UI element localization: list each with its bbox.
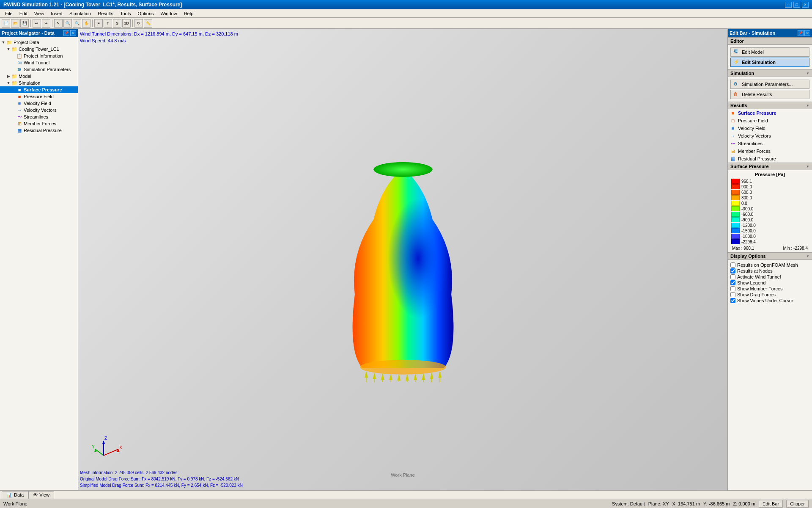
icon-pressure-field: ■	[16, 94, 23, 99]
tree-item-member-forces[interactable]: ⊞ Member Forces	[0, 120, 78, 127]
results-item-velocity[interactable]: ≡Velocity Field	[728, 124, 812, 132]
menu-tools[interactable]: Tools	[117, 10, 134, 17]
delete-results-button[interactable]: 🗑 Delete Results	[730, 90, 809, 99]
right-panel-close[interactable]: ✕	[804, 30, 810, 36]
tree-item-velocity-field[interactable]: ≡ Velocity Field	[0, 100, 78, 107]
menu-simulation[interactable]: Simulation	[66, 10, 94, 17]
sim-params-label: Simulation Parameters...	[742, 82, 793, 87]
svg-marker-9	[390, 375, 392, 380]
option-label-0: Results on OpenFOAM Mesh	[737, 262, 798, 268]
tree-item-wind-tunnel[interactable]: 🌬 Wind Tunnel	[0, 59, 78, 66]
toolbar-redo[interactable]: ↪	[42, 19, 50, 28]
checkbox-6[interactable]	[730, 298, 735, 303]
results-item-member[interactable]: ⊞Member Forces	[728, 147, 812, 155]
menu-help[interactable]: Help	[181, 10, 197, 17]
toolbar-front[interactable]: F	[94, 19, 103, 28]
display-options-label: Display Options	[730, 254, 766, 259]
toolbar-save[interactable]: 💾	[20, 19, 29, 28]
menu-options[interactable]: Options	[134, 10, 157, 17]
checkbox-0[interactable]	[730, 262, 735, 268]
tree-item-velocity-vectors[interactable]: → Velocity Vectors	[0, 107, 78, 113]
menu-insert[interactable]: Insert	[47, 10, 66, 17]
toolbar-zoom-out[interactable]: 🔍	[73, 19, 81, 28]
edit-model-button[interactable]: 🏗 Edit Model	[730, 47, 809, 57]
icon-surface-pressure: ■	[16, 87, 23, 93]
color-swatch-6	[731, 212, 740, 217]
toolbar-new[interactable]: 📄	[2, 19, 10, 28]
tree-item-project-info[interactable]: 📋 Project Information	[0, 52, 78, 59]
menu-results[interactable]: Results	[94, 10, 117, 17]
viewport[interactable]: Wind Tunnel Dimensions: Dx = 1216.894 m,…	[78, 29, 727, 490]
tree-item-model[interactable]: ▶ 📁 Model	[0, 73, 78, 80]
icon-streamlines: 〜	[16, 114, 23, 120]
right-panel-pin[interactable]: 📌	[798, 30, 804, 36]
toolbar-measure[interactable]: 📏	[144, 19, 152, 28]
tree-item-surface-pressure[interactable]: ■ Surface Pressure	[0, 86, 78, 93]
toolbar-undo[interactable]: ↩	[33, 19, 41, 28]
color-scale-row-3: 300.0	[731, 195, 809, 200]
tab-view[interactable]: 👁 View	[28, 491, 54, 499]
display-option-4[interactable]: Show Member Forces	[730, 286, 809, 291]
tree-item-project-data[interactable]: ▼ 📁 Project Data	[0, 39, 78, 46]
toolbar-side[interactable]: S	[113, 19, 121, 28]
results-item-residual[interactable]: ▦Residual Pressure	[728, 155, 812, 163]
checkbox-4[interactable]	[730, 286, 735, 291]
maximize-button[interactable]: □	[793, 2, 800, 8]
editor-label: Editor	[730, 39, 744, 44]
display-option-1[interactable]: Results at Nodes	[730, 268, 809, 273]
sim-params-button[interactable]: ⚙ Simulation Parameters...	[730, 80, 809, 89]
tree-label-velocity-field: Velocity Field	[24, 101, 51, 106]
tree-item-streamlines[interactable]: 〜 Streamlines	[0, 113, 78, 120]
results-item-streamlines[interactable]: 〜Streamlines	[728, 140, 812, 147]
toolbar: 📄 📂 💾 ↩ ↪ ↖ 🔍 🔍 ✋ F T S 3D ⟳ 📏	[0, 18, 812, 29]
display-option-3[interactable]: Show Legend	[730, 280, 809, 285]
panel-close-button[interactable]: ✕	[70, 30, 76, 36]
right-panel-header: Edit Bar - Simulation 📌 ✕	[728, 29, 812, 37]
toolbar-zoom-in[interactable]: 🔍	[63, 19, 72, 28]
checkbox-5[interactable]	[730, 292, 735, 297]
checkbox-3[interactable]	[730, 280, 735, 285]
clipper-button[interactable]: Clipper	[786, 500, 809, 508]
edit-simulation-button[interactable]: ⚡ Edit Simulation	[730, 58, 809, 67]
pressure-unit-label: Pressure [Pa]	[731, 172, 809, 177]
toolbar-sep-3	[92, 19, 93, 27]
toolbar-rotate[interactable]: ⟳	[134, 19, 143, 28]
panel-pin-button[interactable]: 📌	[63, 30, 69, 36]
svg-point-0	[373, 162, 432, 177]
display-option-6[interactable]: Show Values Under Cursor	[730, 298, 809, 303]
toolbar-sep-2	[52, 19, 52, 27]
tree-item-pressure-field[interactable]: ■ Pressure Field	[0, 93, 78, 100]
results-item-pressure[interactable]: □Pressure Field	[728, 117, 812, 124]
checkbox-1[interactable]	[730, 268, 735, 273]
minimize-button[interactable]: ─	[785, 2, 792, 8]
icon-velocity-vectors: →	[16, 107, 23, 113]
delete-results-label: Delete Results	[742, 92, 772, 97]
display-option-5[interactable]: Show Drag Forces	[730, 292, 809, 297]
display-option-2[interactable]: Activate Wind Tunnel	[730, 274, 809, 279]
display-option-0[interactable]: Results on OpenFOAM Mesh	[730, 262, 809, 268]
menu-edit[interactable]: Edit	[16, 10, 31, 17]
results-item-surface[interactable]: ■Surface Pressure	[728, 109, 812, 117]
svg-line-22	[104, 449, 118, 456]
expand-blank-10	[11, 128, 16, 133]
menu-window[interactable]: Window	[157, 10, 181, 17]
toolbar-top[interactable]: T	[104, 19, 112, 28]
results-item-vectors[interactable]: →Velocity Vectors	[728, 132, 812, 140]
checkbox-2[interactable]	[730, 274, 735, 279]
toolbar-open[interactable]: 📂	[11, 19, 19, 28]
toolbar-select[interactable]: ↖	[54, 19, 63, 28]
toolbar-pan[interactable]: ✋	[82, 19, 91, 28]
close-button[interactable]: ✕	[802, 2, 809, 8]
edit-bar-button[interactable]: Edit Bar	[759, 500, 783, 508]
scale-max-label: Max	[732, 246, 740, 251]
tab-data[interactable]: 📊 Data	[2, 491, 28, 499]
tree-item-simulation[interactable]: ▼ 📁 Simulation	[0, 80, 78, 86]
tree-item-cooling-tower[interactable]: ▼ 📁 Cooling Tower_LC1	[0, 46, 78, 52]
menu-file[interactable]: File	[2, 10, 16, 17]
menu-view[interactable]: View	[31, 10, 48, 17]
tree-label-member-forces: Member Forces	[24, 121, 56, 126]
toolbar-3d[interactable]: 3D	[122, 19, 131, 28]
tree-item-residual-pressure[interactable]: ▦ Residual Pressure	[0, 127, 78, 134]
tree-item-sim-params[interactable]: ⚙ Simulation Parameters	[0, 66, 78, 73]
color-scale-row-8: -1200.0	[731, 223, 809, 228]
